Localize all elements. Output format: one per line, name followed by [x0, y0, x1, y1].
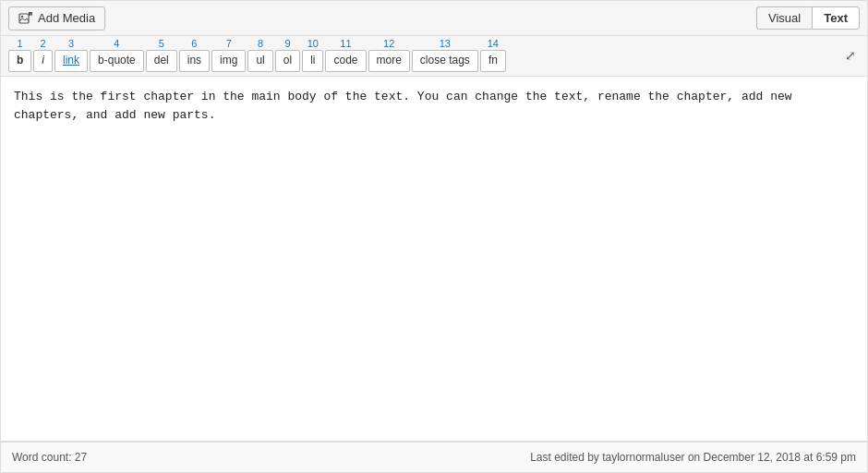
toolbar-group-11: 11 code [325, 39, 366, 72]
toolbar-group-3: 3 link [54, 39, 88, 72]
toolbar-num-14: 14 [488, 39, 499, 49]
toolbar-btn-ins[interactable]: ins [179, 50, 210, 72]
add-media-button[interactable]: + Add Media [8, 6, 105, 30]
toolbar-num-6: 6 [191, 39, 197, 49]
toolbar-num-2: 2 [41, 39, 46, 49]
toolbar-btn-b[interactable]: b [8, 50, 31, 72]
toolbar-num-8: 8 [258, 39, 263, 49]
toolbar-num-10: 10 [307, 39, 319, 49]
toolbar-group-5: 5 del [146, 39, 177, 72]
toolbar-group-4: 4 b-quote [90, 39, 144, 72]
expand-icon: ⤢ [845, 48, 856, 63]
toolbar-group-13: 13 close tags [412, 39, 478, 72]
toolbar-btn-del[interactable]: del [146, 50, 177, 72]
toolbar-num-1: 1 [18, 39, 23, 49]
text-tab[interactable]: Text [812, 6, 860, 30]
toolbar-buttons-row: 1 b 2 i 3 link 4 b-quote 5 del 6 ins 7 i… [1, 36, 867, 76]
toolbar-group-10: 10 li [302, 39, 323, 72]
view-tabs: Visual Text [756, 6, 860, 30]
toolbar-container: 1 b 2 i 3 link 4 b-quote 5 del 6 ins 7 i… [0, 35, 868, 76]
toolbar-num-12: 12 [383, 39, 394, 49]
toolbar-btn-img[interactable]: img [211, 50, 246, 72]
toolbar-num-11: 11 [340, 39, 351, 49]
last-edited: Last edited by taylornormaluser on Decem… [530, 451, 856, 464]
toolbar-num-9: 9 [284, 39, 290, 49]
toolbar-btn-ul[interactable]: ul [247, 50, 272, 72]
toolbar-group-8: 8 ul [247, 39, 272, 72]
toolbar-group-1: 1 b [8, 39, 31, 72]
toolbar-btn-fn[interactable]: fn [480, 50, 506, 72]
toolbar-num-7: 7 [226, 39, 232, 49]
status-bar: Word count: 27 Last edited by taylornorm… [0, 442, 868, 473]
toolbar-group-6: 6 ins [179, 39, 210, 72]
toolbar-group-2: 2 i [33, 39, 53, 72]
toolbar-group-9: 9 ol [275, 39, 300, 72]
toolbar-group-12: 12 more [368, 39, 410, 72]
add-media-icon: + [18, 11, 33, 26]
toolbar-group-7: 7 img [211, 39, 246, 72]
top-bar: + Add Media Visual Text [0, 0, 868, 35]
editor-textarea[interactable]: This is the first chapter in the main bo… [0, 76, 868, 442]
toolbar-btn-li[interactable]: li [302, 50, 323, 72]
toolbar-btn-link[interactable]: link [54, 50, 88, 72]
toolbar-num-4: 4 [114, 39, 119, 49]
toolbar-btn-more[interactable]: more [368, 50, 410, 72]
add-media-label: Add Media [38, 11, 95, 25]
toolbar-num-3: 3 [68, 39, 74, 49]
word-count: Word count: 27 [12, 451, 87, 464]
toolbar-group-14: 14 fn [480, 39, 506, 72]
toolbar-btn-code[interactable]: code [325, 50, 366, 72]
toolbar-btn-close-tags[interactable]: close tags [412, 50, 478, 72]
toolbar-btn-bquote[interactable]: b-quote [90, 50, 144, 72]
toolbar-btn-ol[interactable]: ol [275, 50, 300, 72]
svg-point-1 [21, 15, 23, 17]
toolbar-btn-i[interactable]: i [33, 50, 53, 72]
svg-text:+: + [30, 11, 33, 16]
toolbar-num-5: 5 [159, 39, 164, 49]
expand-button[interactable]: ⤢ [841, 46, 860, 65]
toolbar-num-13: 13 [440, 39, 451, 49]
visual-tab[interactable]: Visual [756, 6, 812, 30]
